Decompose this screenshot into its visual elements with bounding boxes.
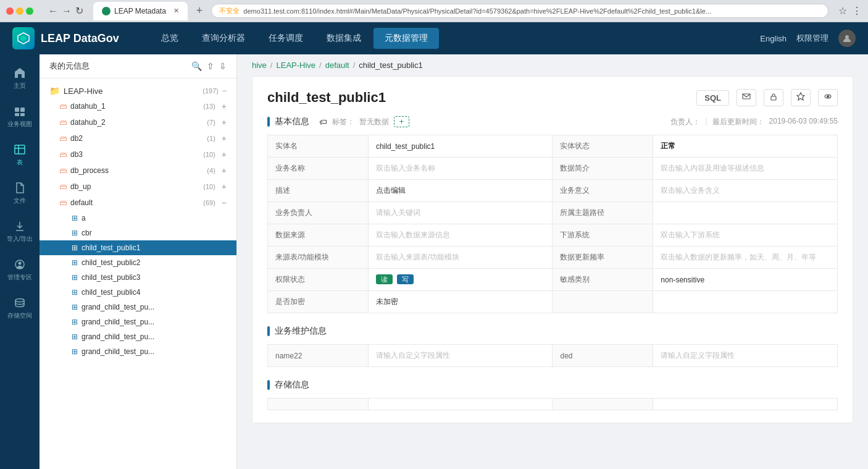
tag-add-btn[interactable]: + [394,116,409,127]
field-value-permission: 读 写 [368,269,553,291]
field-value-biz-owner[interactable]: 请输入关键词 [368,202,553,224]
tree-table-child-test-public4[interactable]: ⊞ child_test_public4 [40,285,236,300]
nav-item-task[interactable]: 任务调度 [257,28,314,49]
nav-item-overview[interactable]: 总览 [150,28,190,49]
field-value-theme-path[interactable] [653,202,838,224]
url-bar[interactable]: 不安全 demo311.test.com:8110/index.html#/Ma… [211,4,828,18]
field-value-downstream[interactable]: 双击输入下游系统 [653,224,838,247]
svg-point-11 [19,262,22,265]
star-button[interactable] [791,89,811,106]
breadcrumb-current: child_test_public1 [359,61,422,70]
eye-button[interactable] [818,89,838,106]
sidebar-item-business[interactable]: 业务视图 [2,99,37,135]
tree-item-db-process[interactable]: 🗃 db_process (4) + [40,163,236,179]
sql-button[interactable]: SQL [696,90,729,106]
user-avatar[interactable] [838,30,856,47]
tree-item-datahub1[interactable]: 🗃 datahub_1 (13) + [40,98,236,114]
bookmark-icon[interactable]: ☆ [838,5,847,17]
maximize-btn[interactable] [26,7,33,15]
field-value-source-table[interactable]: 双击输入来源表/功能模块 [368,247,553,269]
back-icon[interactable]: ← [48,6,58,17]
storage-section: 存储信息 [267,379,838,410]
lang-switch[interactable]: English [760,34,787,43]
email-button[interactable] [737,89,756,106]
read-permission-btn[interactable]: 读 [376,274,393,284]
nav-item-query[interactable]: 查询分析器 [191,28,256,49]
search-icon[interactable]: 🔍 [191,61,202,71]
field-value-data-intro[interactable]: 双击输入内容及用途等描述信息 [653,158,838,180]
field-value-update-freq[interactable]: 双击输入数据的更新频率，如天、周、月、年等 [653,247,838,269]
sidebar-item-file[interactable]: 文件 [2,175,37,211]
field-value-biz-name[interactable]: 双击输入业务名称 [368,158,553,180]
tree-item-label: datahub_2 [70,118,203,127]
tree-table-grand4[interactable]: ⊞ grand_child_test_pu... [40,344,236,359]
minimize-btn[interactable] [16,7,23,15]
tree-table-grand1[interactable]: ⊞ grand_child_test_pu... [40,300,236,315]
field-label-biz-meaning: 业务意义 [553,180,653,202]
browser-navigation[interactable]: ← → ↻ [48,5,83,17]
nav-item-data-integration[interactable]: 数据集成 [315,28,372,49]
admin-link[interactable]: 权限管理 [796,33,828,44]
tree-root-leap-hive[interactable]: 📁 LEAP-Hive (197) − [40,83,236,98]
sidebar-item-admin[interactable]: 管理专区 [2,252,37,288]
upload-icon[interactable]: ⇧ [207,61,214,71]
breadcrumb-default[interactable]: default [325,61,349,70]
tree-table-child-test-public3[interactable]: ⊞ child_test_public3 [40,270,236,285]
tree-table-grand2[interactable]: ⊞ grand_child_test_pu... [40,315,236,329]
tree-table-child-test-public1[interactable]: ⊞ child_test_public1 [40,240,236,255]
field-value-biz-meaning[interactable]: 双击输入业务含义 [653,180,838,202]
field-value-entity-name[interactable]: child_test_public1 [368,135,553,158]
table-row: 业务名称 双击输入业务名称 数据简介 双击输入内容及用途等描述信息 [268,158,838,180]
close-btn[interactable] [6,7,14,15]
table-icon: ⊞ [72,273,78,282]
sidebar-item-home[interactable]: 主页 [2,61,37,96]
sidebar-item-storage[interactable]: 存储空间 [2,290,37,326]
breadcrumb-leap-hive[interactable]: LEAP-Hive [276,61,315,70]
tags-label: 标签： [332,117,354,127]
field-value-ded[interactable]: 请输入自定义字段属性 [653,345,838,367]
tree-table-cbr[interactable]: ⊞ cbr [40,226,236,240]
field-label-data-intro: 数据简介 [553,158,653,180]
menu-icon[interactable]: ⋮ [852,5,862,17]
svg-rect-3 [15,108,19,112]
field-value-data-source[interactable]: 双击输入数据来源信息 [368,224,553,247]
lock-button[interactable] [764,89,783,106]
db-icon: 🗃 [59,102,67,111]
tree-table-child-test-public2[interactable]: ⊞ child_test_public2 [40,255,236,270]
field-value-encrypted: 未加密 [368,291,553,313]
tree-item-default[interactable]: 🗃 default (69) − [40,195,236,211]
forward-icon[interactable]: → [62,6,72,17]
tree-plus-icon[interactable]: + [222,101,227,111]
write-permission-btn[interactable]: 写 [397,274,414,284]
tree-item-db2[interactable]: 🗃 db2 (1) + [40,130,236,146]
tree-plus-icon[interactable]: − [222,198,227,208]
tab-close-icon[interactable]: ✕ [173,7,179,15]
download-icon[interactable]: ⇩ [219,61,227,71]
tree-plus-icon[interactable]: + [222,182,227,192]
url-text[interactable]: demo311.test.com:8110/index.html#/Main/M… [243,7,820,15]
breadcrumb-hive[interactable]: hive [252,61,267,70]
field-label-permission: 权限状态 [268,269,369,291]
tree-item-db-up[interactable]: 🗃 db_up (10) + [40,179,236,195]
tree-item-db3[interactable]: 🗃 db3 (10) + [40,146,236,163]
tree-plus-icon[interactable]: + [222,166,227,175]
tree-plus-icon[interactable]: + [222,150,227,159]
tree-plus-icon[interactable]: + [222,133,227,143]
tree-root-collapse[interactable]: − [222,87,227,95]
tree-table-grand3[interactable]: ⊞ grand_child_test_pu... [40,329,236,344]
window-controls[interactable] [6,7,33,15]
tree-plus-icon[interactable]: + [222,117,227,127]
refresh-icon[interactable]: ↻ [75,5,83,17]
field-value-desc[interactable]: 点击编辑 [368,180,553,202]
field-label-source-table: 来源表/功能模块 [268,247,369,269]
field-value-name22[interactable]: 请输入自定义字段属性 [368,345,553,367]
sidebar-item-import[interactable]: 导入/导出 [2,214,37,250]
tree-item-datahub2[interactable]: 🗃 datahub_2 (7) + [40,114,236,130]
browser-tab[interactable]: LEAP Metadata ✕ [93,2,188,20]
tree-item-count: (4) [207,167,215,174]
field-label-name22: name22 [268,345,369,367]
nav-item-metadata[interactable]: 元数据管理 [373,28,439,49]
new-tab-btn[interactable]: + [193,3,207,19]
sidebar-item-table[interactable]: 表 [2,137,37,173]
tree-table-a[interactable]: ⊞ a [40,211,236,226]
